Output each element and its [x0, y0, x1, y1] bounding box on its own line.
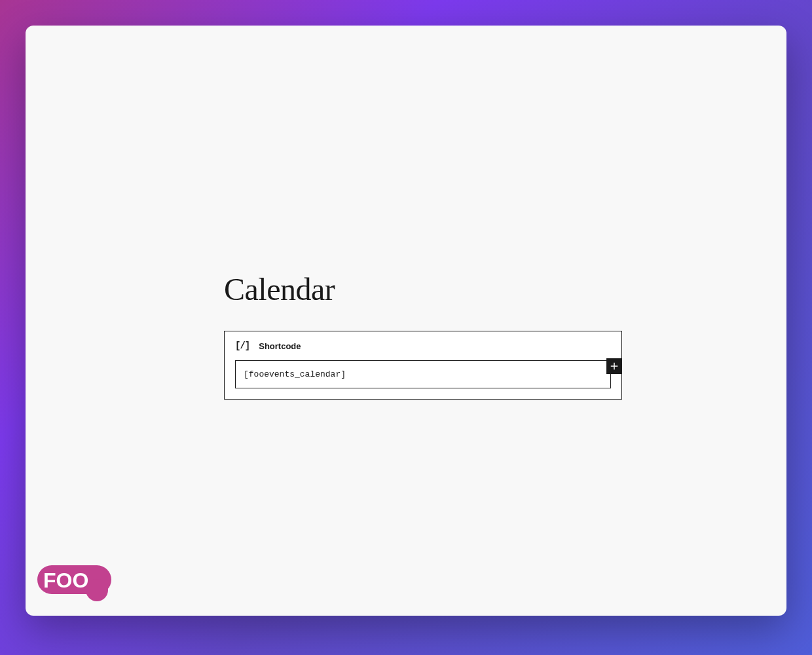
- foo-logo-text: FOO: [43, 569, 88, 592]
- editor-canvas: Calendar [/] Shortcode FOO: [26, 26, 786, 616]
- shortcode-block-header: [/] Shortcode: [235, 341, 611, 351]
- content-area: Calendar [/] Shortcode: [224, 271, 622, 400]
- svg-point-1: [86, 579, 108, 601]
- shortcode-input[interactable]: [235, 360, 611, 388]
- foo-logo: FOO: [37, 565, 111, 601]
- shortcode-block[interactable]: [/] Shortcode: [224, 331, 622, 400]
- shortcode-icon: [/]: [235, 341, 249, 351]
- shortcode-type-label: Shortcode: [259, 341, 301, 351]
- page-title[interactable]: Calendar: [224, 271, 622, 307]
- add-block-button[interactable]: [606, 358, 622, 374]
- plus-icon: [608, 360, 620, 372]
